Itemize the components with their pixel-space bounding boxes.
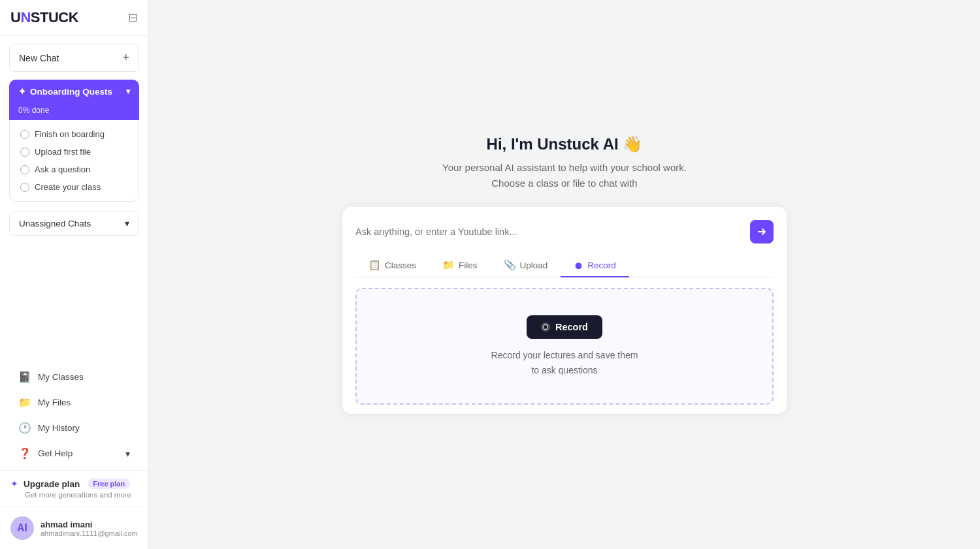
greeting-subtitle: Your personal AI assistant to help with … (342, 160, 787, 191)
greeting-subtitle-line2: Choose a class or file to chat with (491, 178, 637, 189)
user-name: ahmad imani (41, 520, 138, 529)
onboarding-item-label: Create your class (35, 182, 101, 192)
classes-icon: 📓 (18, 371, 31, 383)
upgrade-title: Upgrade plan (24, 479, 80, 489)
onboarding-check-icon (20, 183, 29, 192)
record-description-line2: to ask questions (531, 365, 597, 375)
upload-tab-icon: 📎 (504, 259, 516, 271)
chat-input[interactable] (355, 227, 743, 237)
onboarding-item-upload[interactable]: Upload first file (10, 143, 139, 161)
sidebar-header: UNSTUCK ⊟ (0, 0, 148, 36)
classes-tab-icon: 📋 (368, 259, 381, 271)
onboarding-item-label: Finish on boarding (35, 129, 105, 139)
new-chat-label: New Chat (19, 53, 59, 63)
onboarding-item-create[interactable]: Create your class (10, 178, 139, 196)
tab-record[interactable]: ⏺ Record (561, 255, 629, 277)
onboarding-item-label: Upload first file (35, 147, 91, 157)
unassigned-chats-label: Unassigned Chats (19, 219, 91, 228)
record-area: Record Record your lectures and save the… (355, 288, 774, 405)
tab-files[interactable]: 📁 Files (429, 254, 491, 277)
user-profile[interactable]: AI ahmad imani ahmadimani.1111@gmail.com (0, 507, 148, 549)
unassigned-chats-header[interactable]: Unassigned Chats ▾ (9, 211, 139, 236)
unassigned-chats-section: Unassigned Chats ▾ (9, 211, 139, 236)
tab-classes[interactable]: 📋 Classes (355, 254, 429, 277)
get-help-chevron-icon: ▾ (125, 448, 130, 459)
sidebar: UNSTUCK ⊟ New Chat + ✦ Onboarding Quests… (0, 0, 149, 549)
tab-record-label: Record (587, 260, 616, 270)
files-tab-icon: 📁 (442, 259, 455, 271)
onboarding-chevron-icon: ▾ (126, 87, 130, 96)
input-row (355, 220, 774, 243)
onboarding-check-icon (20, 148, 29, 157)
get-help-label: Get Help (38, 448, 73, 458)
main-content: Hi, I'm Unstuck AI 👋 Your personal AI as… (149, 0, 980, 549)
tab-files-label: Files (459, 260, 478, 270)
onboarding-section: ✦ Onboarding Quests ▾ 0% done Finish on … (9, 80, 139, 202)
onboarding-item-ask[interactable]: Ask a question (10, 161, 139, 178)
record-tab-icon: ⏺ (574, 260, 583, 271)
tab-classes-label: Classes (385, 260, 416, 270)
greeting-subtitle-line1: Your personal AI assistant to help with … (442, 162, 687, 173)
new-chat-button[interactable]: New Chat + (9, 44, 139, 72)
greeting-title: Hi, I'm Unstuck AI 👋 (342, 135, 787, 153)
onboarding-item-label: Ask a question (35, 165, 90, 174)
record-button-label: Record (555, 322, 588, 332)
new-chat-plus-icon: + (122, 51, 129, 65)
sidebar-item-my-history[interactable]: 🕐 My History (5, 415, 143, 441)
upgrade-subtitle: Get more generations and more (25, 491, 138, 499)
send-arrow-icon (757, 227, 767, 237)
free-plan-badge: Free plan (88, 478, 130, 489)
avatar: AI (10, 516, 34, 540)
record-button[interactable]: Record (527, 315, 602, 339)
sidebar-item-my-files[interactable]: 📁 My Files (5, 390, 143, 415)
sidebar-item-get-help[interactable]: ❓ Get Help ▾ (5, 441, 143, 466)
greeting: Hi, I'm Unstuck AI 👋 Your personal AI as… (342, 135, 787, 191)
onboarding-item-finish[interactable]: Finish on boarding (10, 125, 139, 143)
onboarding-header[interactable]: ✦ Onboarding Quests ▾ (9, 80, 139, 103)
sidebar-item-label: My History (38, 423, 80, 433)
record-description-line1: Record your lectures and save them (491, 350, 638, 360)
record-description: Record your lectures and save them to as… (491, 348, 638, 377)
nav-items: 📓 My Classes 📁 My Files 🕐 My History ❓ G… (0, 360, 148, 470)
onboarding-items: Finish on boarding Upload first file Ask… (9, 120, 139, 202)
files-icon: 📁 (18, 396, 31, 409)
onboarding-check-icon (20, 165, 29, 174)
onboarding-star-icon: ✦ (18, 86, 26, 97)
tab-upload[interactable]: 📎 Upload (491, 254, 561, 277)
help-icon: ❓ (18, 447, 31, 460)
history-icon: 🕐 (18, 422, 31, 434)
logo: UNSTUCK (10, 9, 78, 26)
sidebar-item-label: My Files (38, 398, 71, 407)
sidebar-toggle-icon[interactable]: ⊟ (128, 10, 138, 25)
unassigned-chats-chevron-icon: ▾ (125, 218, 129, 228)
send-button[interactable] (750, 220, 774, 243)
sidebar-item-my-classes[interactable]: 📓 My Classes (5, 364, 143, 390)
tab-upload-label: Upload (520, 260, 548, 270)
record-dot-icon (541, 322, 550, 332)
upgrade-star-icon: ✦ (10, 478, 18, 489)
onboarding-title: Onboarding Quests (30, 87, 112, 97)
chat-box: 📋 Classes 📁 Files 📎 Upload ⏺ Record (342, 207, 787, 414)
onboarding-progress: 0% done (9, 103, 139, 120)
chat-container: Hi, I'm Unstuck AI 👋 Your personal AI as… (342, 135, 787, 414)
tabs-row: 📋 Classes 📁 Files 📎 Upload ⏺ Record (355, 254, 774, 277)
user-email: ahmadimani.1111@gmail.com (41, 529, 138, 537)
upgrade-section[interactable]: ✦ Upgrade plan Free plan Get more genera… (0, 470, 148, 507)
sidebar-item-label: My Classes (38, 372, 84, 382)
onboarding-check-icon (20, 130, 29, 139)
